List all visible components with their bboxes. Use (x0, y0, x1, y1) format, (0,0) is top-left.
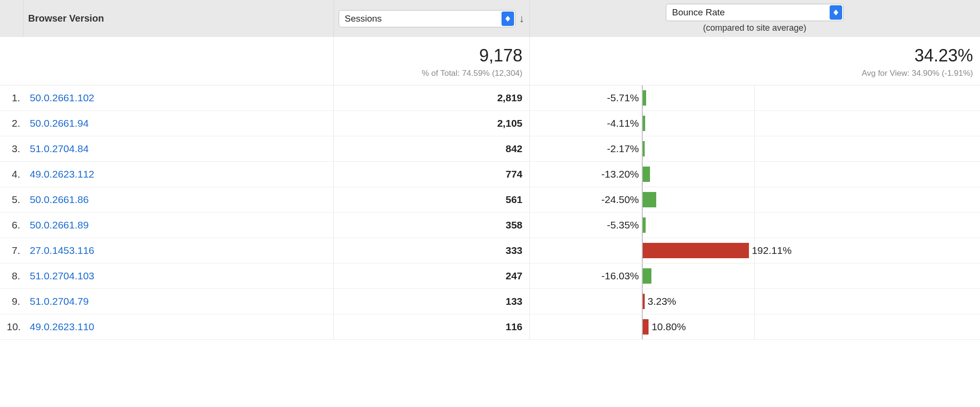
table-row: 2.50.0.2661.942,105-4.11% (0, 111, 980, 136)
browser-version-link[interactable]: 51.0.2704.103 (30, 270, 94, 281)
bounce-delta-bar (642, 187, 754, 213)
table-row: 8.51.0.2704.103247-16.03% (0, 263, 980, 289)
dimension-header[interactable]: Browser Version (23, 0, 333, 37)
sessions-value: 133 (333, 289, 529, 314)
negative-bar (643, 141, 645, 156)
sessions-total: 9,178 (341, 46, 523, 66)
sessions-metric-select-label: Sessions (345, 13, 382, 24)
browser-version-link[interactable]: 49.0.2623.112 (30, 168, 94, 180)
negative-bar (643, 192, 656, 207)
sessions-value: 2,819 (333, 85, 529, 111)
row-number: 7. (0, 238, 23, 263)
sessions-value: 247 (333, 263, 529, 289)
bounce-delta-value: -16.03% (529, 263, 642, 289)
bounce-delta-bar (642, 162, 754, 187)
bounce-delta-bar (642, 263, 754, 289)
row-number: 1. (0, 85, 23, 111)
sessions-metric-select[interactable]: Sessions (339, 10, 515, 27)
row-number: 5. (0, 187, 23, 213)
comparison-subtitle: (compared to site average) (535, 23, 975, 33)
bounce-delta-value: -5.35% (529, 213, 642, 238)
row-number: 3. (0, 136, 23, 162)
positive-bar (643, 319, 649, 335)
row-number: 9. (0, 289, 23, 314)
table-row: 3.51.0.2704.84842-2.17% (0, 136, 980, 162)
bounce-delta-value: -5.71% (529, 85, 642, 111)
row-number: 10. (0, 314, 23, 340)
bounce-delta-value: -2.17% (529, 136, 642, 162)
row-number: 2. (0, 111, 23, 136)
negative-bar (643, 90, 646, 106)
bounce-delta-bar (642, 213, 754, 238)
sessions-value: 333 (333, 238, 529, 263)
bounce-delta-value (529, 289, 642, 314)
sessions-value: 774 (333, 162, 529, 187)
bounce-delta-bar: 192.11% (642, 238, 754, 263)
bounce-delta-value (529, 238, 642, 263)
bounce-delta-value (529, 314, 642, 340)
row-number: 6. (0, 213, 23, 238)
sessions-value: 561 (333, 187, 529, 213)
browser-version-link[interactable]: 50.0.2661.86 (30, 194, 89, 205)
table-row: 5.50.0.2661.86561-24.50% (0, 187, 980, 213)
bounce-rate-total: 34.23% (537, 46, 973, 66)
browser-version-link[interactable]: 51.0.2704.84 (30, 143, 89, 154)
bounce-delta-bar: 3.23% (642, 289, 754, 314)
select-arrows-icon (830, 5, 842, 20)
table-row: 6.50.0.2661.89358-5.35% (0, 213, 980, 238)
bounce-delta-value: -13.20% (529, 162, 642, 187)
negative-bar (643, 217, 646, 233)
positive-bar (643, 294, 645, 309)
browser-version-link[interactable]: 50.0.2661.102 (30, 92, 94, 103)
sessions-value: 842 (333, 136, 529, 162)
browser-version-link[interactable]: 27.0.1453.116 (30, 245, 94, 256)
bounce-rate-metric-select[interactable]: Bounce Rate (666, 4, 844, 21)
negative-bar (643, 167, 650, 182)
table-row: 7.27.0.1453.116333192.11% (0, 238, 980, 263)
table-row: 9.51.0.2704.791333.23% (0, 289, 980, 314)
bounce-rate-total-sub: Avg for View: 34.90% (-1.91%) (537, 69, 973, 78)
browser-version-link[interactable]: 49.0.2623.110 (30, 321, 94, 332)
browser-version-link[interactable]: 51.0.2704.79 (30, 296, 89, 307)
bounce-delta-value: 10.80% (651, 321, 686, 333)
table-row: 4.49.0.2623.112774-13.20% (0, 162, 980, 187)
table-row: 1.50.0.2661.1022,819-5.71% (0, 85, 980, 111)
browser-version-link[interactable]: 50.0.2661.94 (30, 118, 89, 129)
positive-bar (643, 243, 749, 258)
select-arrows-icon (502, 12, 514, 26)
bounce-delta-value: -4.11% (529, 111, 642, 136)
bounce-delta-value: 192.11% (752, 245, 792, 256)
sessions-value: 358 (333, 213, 529, 238)
table-row: 10.49.0.2623.11011610.80% (0, 314, 980, 340)
bounce-delta-bar (642, 85, 754, 111)
negative-bar (643, 268, 651, 284)
bounce-delta-value: -24.50% (529, 187, 642, 213)
browser-version-report-table: Browser Version Sessions ↓ Bo (0, 0, 980, 340)
bounce-delta-value: 3.23% (648, 296, 676, 307)
row-number: 4. (0, 162, 23, 187)
browser-version-link[interactable]: 50.0.2661.89 (30, 219, 89, 230)
sessions-value: 2,105 (333, 111, 529, 136)
sessions-value: 116 (333, 314, 529, 340)
row-number: 8. (0, 263, 23, 289)
negative-bar (643, 116, 645, 131)
sessions-total-sub: % of Total: 74.59% (12,304) (341, 69, 523, 78)
bounce-delta-bar (642, 136, 754, 162)
bounce-delta-bar: 10.80% (642, 314, 754, 340)
sort-descending-icon[interactable]: ↓ (519, 13, 525, 24)
bounce-rate-metric-select-label: Bounce Rate (672, 7, 725, 18)
bounce-delta-bar (642, 111, 754, 136)
